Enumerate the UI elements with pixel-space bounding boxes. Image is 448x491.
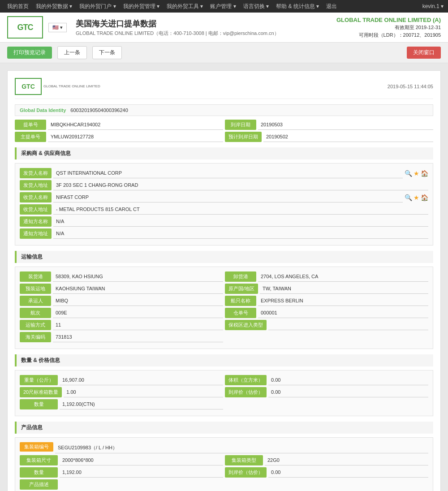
customs-row: 海关编码 731813: [20, 332, 428, 342]
prod-qty-label: 数量: [20, 467, 58, 478]
shipper-search-icon[interactable]: 🔍: [405, 170, 412, 177]
doc-datetime: 2019-05-15 11:44:05: [388, 84, 433, 89]
buyer-supplier-block: 发货人名称 QST INTERNATIONAL CORP 🔍 ★ 🏠 发货人地址…: [15, 163, 433, 246]
consignee-addr-row: 收货人地址 - METAL PRODUCTS 815 CAROL CT: [20, 204, 428, 215]
nav-manage[interactable]: 我的外贸管理 ▾: [121, 3, 162, 10]
origin-label: 原产国/地区: [225, 284, 258, 294]
ldr-info: 可用时段（LDR）：200712、201905: [336, 32, 441, 39]
bill-no-label: 提单号: [15, 120, 46, 130]
container-type-value: 22G0: [265, 456, 428, 465]
prev-button-top[interactable]: 上一条: [57, 46, 87, 59]
nav-help[interactable]: 帮助 & 统计信息 ▾: [273, 3, 322, 10]
pre-transport-label: 预装运地: [20, 284, 51, 294]
planned-arrival-label: 预计到岸日期: [225, 132, 262, 142]
container-size-row: 集装箱尺寸 2000*806*800 集装箱类型 22G0: [20, 455, 428, 465]
print-button-top[interactable]: 打印预览记录: [7, 47, 52, 59]
main-bill-row: 主提单号 YMLUW209127728 预计到岸日期 20190502: [15, 132, 433, 142]
vessel-value: EXPRESS BERLIN: [258, 296, 428, 306]
main-bill-value: YMLUW209127728: [48, 132, 223, 142]
shipper-home-icon[interactable]: 🏠: [421, 170, 428, 177]
nav-tools[interactable]: 我的外贸工具 ▾: [164, 3, 206, 10]
shipper-name-row: 发货人名称 QST INTERNATIONAL CORP 🔍 ★ 🏠: [20, 168, 428, 178]
consignee-name-group: 收货人名称 NIFAST CORP 🔍 ★ 🏠: [20, 192, 428, 202]
consignee-search-icon[interactable]: 🔍: [405, 194, 412, 201]
quantity-label: 数量: [20, 399, 58, 409]
planned-arrival-value: 20190502: [263, 132, 433, 142]
prod-price-value: 0.00: [268, 468, 428, 478]
doc-header: GTC GLOBAL TRADE ONLINE LIMITED 2019-05-…: [15, 78, 433, 99]
gdi-row: Global Data Identity 6003201905040003962…: [15, 104, 433, 116]
container-no-group: 集装箱编号 SEGU2109983（/ L / HH）: [20, 442, 428, 453]
ports-row: 装货港 58309, KAO HSIUNG 卸货港 2704, LOS ANGE…: [20, 271, 428, 282]
container-type-label: 集装箱类型: [225, 455, 263, 465]
consignee-name-value: NIFAST CORP: [53, 193, 403, 202]
empty-group: [225, 332, 428, 342]
valid-until: 有效期至 2019-12-31: [336, 24, 441, 31]
notify-addr-label: 通知方地址: [20, 228, 52, 239]
weight-label: 重量（公斤）: [20, 375, 58, 385]
close-button-top[interactable]: 关闭窗口: [407, 47, 441, 59]
quantity-value: 1,192.00(CTN): [60, 400, 223, 409]
prod-desc-row: 产品描述: [20, 479, 428, 490]
pretransport-row: 预装运地 KAOHSIUNG TAIWAN 原产国/地区 TW, TAIWAN: [20, 284, 428, 294]
shipper-name-group: 发货人名称 QST INTERNATIONAL CORP 🔍 ★ 🏠: [20, 168, 428, 178]
nav-logout[interactable]: 退出: [323, 3, 340, 10]
user-menu[interactable]: kevin.1 ▾: [422, 3, 444, 9]
prod-price-label: 到岸价（估价）: [225, 467, 267, 478]
notify-addr-group: 通知方地址 N/A: [20, 228, 428, 239]
action-bar-top: 打印预览记录 上一条 下一条 关闭窗口: [0, 43, 448, 63]
carrier-value: MIBQ: [53, 296, 223, 306]
container-no-value: SEGU2109983（/ L / HH）: [55, 443, 428, 453]
consignee-star-icon[interactable]: ★: [414, 194, 419, 201]
notify-name-value: N/A: [53, 217, 428, 227]
volume-label: 体积（立方米）: [225, 375, 267, 385]
section-product: 产品信息: [15, 422, 433, 434]
header-title-area: 美国海关进口提单数据 GLOBAL TRADE ONLINE LIMITED（电…: [76, 18, 279, 37]
pre-transport-group: 预装运地 KAOHSIUNG TAIWAN: [20, 284, 223, 294]
shipper-name-value: QST INTERNATIONAL CORP: [53, 168, 403, 178]
main-content: GTC GLOBAL TRADE ONLINE LIMITED 2019-05-…: [0, 63, 448, 491]
main-bill-group: 主提单号 YMLUW209127728: [15, 132, 223, 142]
arrival-price-label: 到岸价（估价）: [225, 387, 267, 397]
transport-mode-label: 运输方式: [20, 320, 51, 330]
customs-label: 海关编码: [20, 332, 51, 342]
consignee-home-icon[interactable]: 🏠: [421, 194, 428, 201]
bill-type-label: 仓单号: [225, 308, 256, 318]
shipper-star-icon[interactable]: ★: [414, 170, 419, 177]
container-size-label: 集装箱尺寸: [20, 455, 58, 465]
consignee-name-icons: 🔍 ★ 🏠: [405, 194, 428, 201]
shipper-name-label: 发货人名称: [20, 168, 52, 178]
nav-account[interactable]: 账户管理 ▾: [207, 3, 238, 10]
bonded-label: 保税区进入类型: [225, 320, 267, 330]
bonded-group: 保税区进入类型: [225, 320, 428, 330]
load-port-value: 58309, KAO HSIUNG: [53, 272, 223, 282]
nav-data[interactable]: 我的外贸数据 ▾: [33, 3, 75, 10]
arrival-price-group: 到岸价（估价） 0.00: [225, 387, 428, 397]
consignee-addr-group: 收货人地址 - METAL PRODUCTS 815 CAROL CT: [20, 204, 428, 215]
customs-group: 海关编码 731813: [20, 332, 223, 342]
shipper-addr-group: 发货人地址 3F 203 SEC 1 CHANG-RONG ORAD: [20, 180, 428, 190]
nav-home[interactable]: 我的首页: [4, 3, 31, 10]
page-title: 美国海关进口提单数据: [76, 18, 279, 29]
doc-logo-box: GTC: [15, 78, 42, 95]
arrival-date-label: 到岸日期: [225, 120, 256, 130]
section-transport: 运输信息: [15, 251, 433, 263]
container-size-group: 集装箱尺寸 2000*806*800: [20, 455, 223, 465]
section-buyer-supplier: 采购商 & 供应商信息: [15, 147, 433, 159]
origin-value: TW, TAIWAN: [260, 284, 428, 294]
carrier-label: 承运人: [20, 296, 51, 306]
prod-price-group: 到岸价（估价） 0.00: [225, 467, 428, 478]
flag-selector[interactable]: 🇺🇸 ▾: [48, 23, 67, 32]
nav-portal[interactable]: 我的外贸门户 ▾: [77, 3, 118, 10]
bill-no-value: MIBQKHHCAR194002: [48, 120, 223, 130]
container-size-value: 2000*806*800: [60, 456, 223, 465]
arrival-date-group: 到岸日期 20190503: [225, 120, 433, 130]
voyage-value: 009E: [53, 308, 223, 318]
next-button-top[interactable]: 下一条: [92, 46, 122, 59]
voyage-row: 航次 009E 仓单号 000001: [20, 308, 428, 318]
prod-qty-group: 数量 1,192.00: [20, 467, 223, 478]
consignee-addr-value: - METAL PRODUCTS 815 CAROL CT: [53, 205, 428, 215]
doc-logo-subtext: GLOBAL TRADE ONLINE LIMITED: [43, 84, 100, 89]
nav-language[interactable]: 语言切换 ▾: [241, 3, 271, 10]
bill-row: 提单号 MIBQKHHCAR194002 到岸日期 20190503: [15, 120, 433, 130]
